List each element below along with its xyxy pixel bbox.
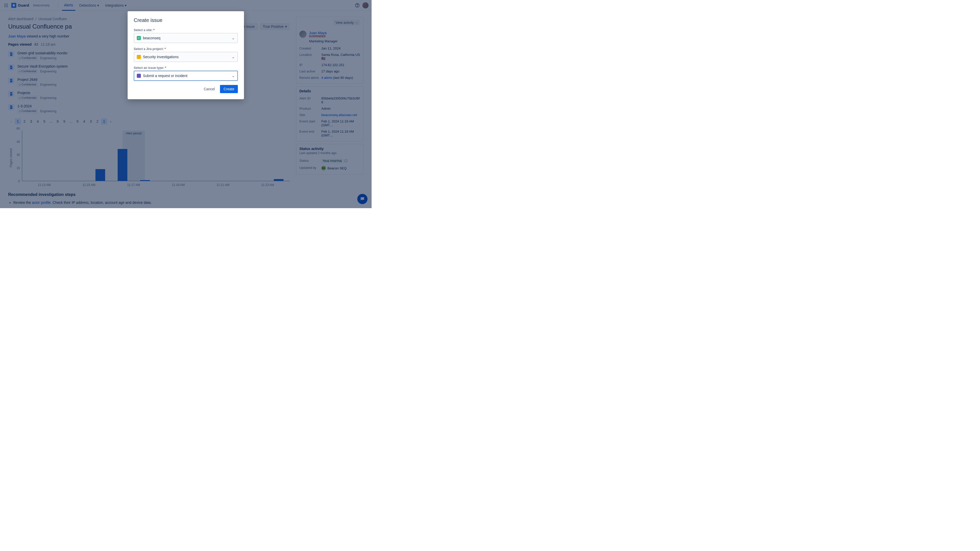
project-select[interactable]: Security Investigations ⌄: [134, 52, 238, 62]
project-icon: [137, 55, 141, 59]
create-button[interactable]: Create: [220, 85, 238, 93]
issuetype-field-label: Select an issue type: *: [134, 66, 238, 70]
cancel-button[interactable]: Cancel: [200, 85, 218, 93]
chevron-down-icon: ⌄: [232, 74, 235, 78]
site-icon: [137, 36, 141, 40]
project-field-label: Select a Jira project: *: [134, 47, 238, 51]
issuetype-select[interactable]: Submit a request or incident ⌄: [134, 71, 238, 81]
modal-title: Create issue: [134, 17, 238, 23]
create-issue-modal: Create issue Select a site: * beaconseq …: [127, 11, 244, 99]
site-select[interactable]: beaconseq ⌄: [134, 33, 238, 43]
chevron-down-icon: ⌄: [232, 36, 235, 40]
chevron-down-icon: ⌄: [232, 55, 235, 59]
issuetype-icon: [137, 74, 141, 78]
site-field-label: Select a site: *: [134, 28, 238, 32]
modal-scrim[interactable]: Create issue Select a site: * beaconseq …: [0, 0, 372, 208]
